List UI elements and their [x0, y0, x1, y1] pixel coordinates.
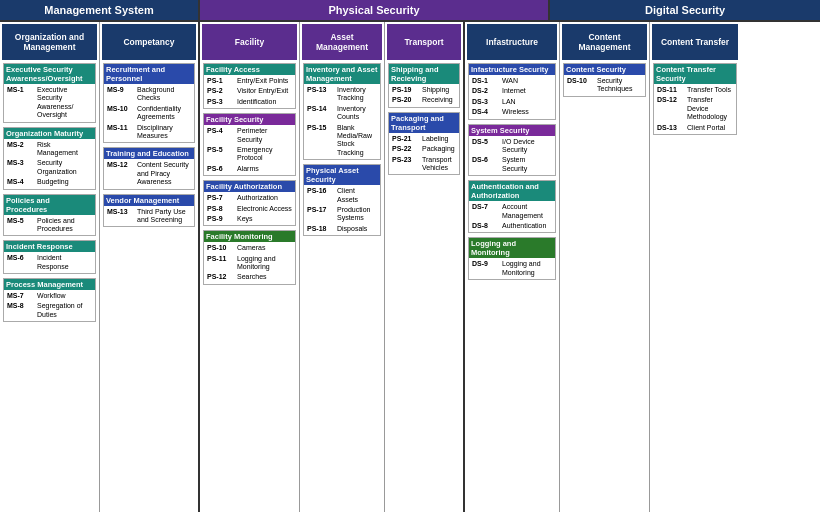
list-item: PS-3 Identification [205, 97, 294, 107]
infra-auth-group: Authentication and Authorization DS-7 Ac… [468, 180, 556, 233]
content-transfer-header: Content Transfer [652, 24, 738, 60]
transfer-security-group: Content Transfer Security DS-11 Transfer… [653, 63, 737, 135]
col-asset: Asset Management Inventory and Asset Man… [300, 22, 385, 512]
facility-monitoring-group: Facility Monitoring PS-10 Cameras PS-11 … [203, 230, 296, 285]
comp-vendor-group: Vendor Management MS-13 Third Party Use … [103, 194, 195, 228]
list-item: PS-23 Transport Vehicles [390, 155, 458, 174]
list-item: MS-11 Disciplinary Measures [105, 123, 193, 142]
list-item: DS-3 LAN [470, 97, 554, 107]
transport-header: Transport [387, 24, 461, 60]
col-transport: Transport Shipping and Recieving PS-19 S… [385, 22, 465, 512]
col-content-mgmt: Content Management Content Security DS-1… [560, 22, 650, 512]
asset-physical-group: Physical Asset Security PS-16 Client Ass… [303, 164, 381, 236]
list-item: PS-21 Labeling [390, 134, 458, 144]
list-item: PS-13 Inventory Tracking [305, 85, 379, 104]
header-physical: Physical Security [200, 0, 550, 20]
comp-header: Competancy [102, 24, 196, 60]
list-item: PS-15 Blank Media/Raw Stock Tracking [305, 123, 379, 159]
list-item: DS-11 Transfer Tools [655, 85, 735, 95]
list-item: PS-6 Alarms [205, 164, 294, 174]
transport-packaging-group: Packaging and Transport PS-21 Labeling P… [388, 112, 460, 176]
infra-security-header: Infastructure Security [469, 64, 555, 75]
col-comp: Competancy Recruitment and Personnel MS-… [100, 22, 200, 512]
list-item: MS-4 Budgeting [5, 177, 94, 187]
facility-access-group: Facility Access PS-1 Entry/Exit Points P… [203, 63, 296, 109]
list-item: PS-18 Disposals [305, 224, 379, 234]
list-item: DS-1 WAN [470, 76, 554, 86]
list-item: PS-1 Entry/Exit Points [205, 76, 294, 86]
org-exec-header: Executive Security Awareness/Oversight [4, 64, 95, 84]
list-item: MS-12 Content Security and Piracy Awaren… [105, 160, 193, 187]
header-digital: Digital Security [550, 0, 820, 20]
main-content: Organization and Management Executive Se… [0, 22, 820, 512]
infra-logging-group: Logging and Monitoring DS-9 Logging and … [468, 237, 556, 280]
org-incident-header: Incident Response [4, 241, 95, 252]
list-item: PS-7 Authorization [205, 193, 294, 203]
list-item: PS-17 Production Systems [305, 205, 379, 224]
header-digital-label: Digital Security [645, 4, 725, 16]
list-item: PS-9 Keys [205, 214, 294, 224]
list-item: PS-2 Visitor Entry/Exit [205, 86, 294, 96]
asset-physical-header: Physical Asset Security [304, 165, 380, 185]
list-item: DS-4 Wireless [470, 107, 554, 117]
org-exec-group: Executive Security Awareness/Oversight M… [3, 63, 96, 123]
infra-system-group: System Security DS-5 I/O Device Security… [468, 124, 556, 177]
transfer-security-header: Content Transfer Security [654, 64, 736, 84]
facility-monitoring-header: Facility Monitoring [204, 231, 295, 242]
list-item: MS-8 Segregation of Duties [5, 301, 94, 320]
comp-recruit-group: Recruitment and Personnel MS-9 Backgroun… [103, 63, 195, 143]
col-infra: Infastructure Infastructure Security DS-… [465, 22, 560, 512]
list-item: PS-19 Shipping [390, 85, 458, 95]
page: Management System Physical Security Digi… [0, 0, 820, 512]
asset-inventory-header: Inventory and Asset Management [304, 64, 380, 84]
header-physical-label: Physical Security [328, 4, 419, 16]
org-process-header: Process Management [4, 279, 95, 290]
list-item: MS-1 Executive Security Awareness/ Overs… [5, 85, 94, 121]
list-item: MS-5 Policies and Procedures [5, 216, 94, 235]
infra-logging-header: Logging and Monitoring [469, 238, 555, 258]
transport-shipping-group: Shipping and Recieving PS-19 Shipping PS… [388, 63, 460, 108]
list-item: PS-14 Inventory Counts [305, 104, 379, 123]
list-item: DS-13 Client Portal [655, 123, 735, 133]
facility-auth-group: Facility Authorization PS-7 Authorizatio… [203, 180, 296, 226]
list-item: DS-12 Transfer Device Methodology [655, 95, 735, 122]
list-item: MS-7 Workflow [5, 291, 94, 301]
list-item: PS-11 Logging and Monitoring [205, 254, 294, 273]
header-mgmt-label: Management System [44, 4, 153, 16]
facility-access-header: Facility Access [204, 64, 295, 75]
comp-training-header: Training and Education [104, 148, 194, 159]
org-maturity-group: Organization Maturity MS-2 Risk Manageme… [3, 127, 96, 190]
list-item: PS-10 Cameras [205, 243, 294, 253]
comp-training-group: Training and Education MS-12 Content Sec… [103, 147, 195, 189]
content-security-header: Content Security [564, 64, 645, 75]
facility-security-group: Facility Security PS-4 Perimeter Securit… [203, 113, 296, 176]
list-item: DS-8 Authentication [470, 221, 554, 231]
transport-shipping-header: Shipping and Recieving [389, 64, 459, 84]
infra-system-header: System Security [469, 125, 555, 136]
list-item: DS-6 System Security [470, 155, 554, 174]
asset-inventory-group: Inventory and Asset Management PS-13 Inv… [303, 63, 381, 160]
content-mgmt-header: Content Management [562, 24, 647, 60]
list-item: DS-2 Internet [470, 86, 554, 96]
list-item: MS-13 Third Party Use and Screening [105, 207, 193, 226]
list-item: DS-5 I/O Device Security [470, 137, 554, 156]
list-item: PS-22 Packaging [390, 144, 458, 154]
list-item: MS-10 Confidentiality Agreements [105, 104, 193, 123]
org-incident-group: Incident Response MS-6 Incident Response [3, 240, 96, 274]
header-row: Management System Physical Security Digi… [0, 0, 820, 22]
org-header: Organization and Management [2, 24, 97, 60]
list-item: PS-5 Emergency Protocol [205, 145, 294, 164]
comp-recruit-header: Recruitment and Personnel [104, 64, 194, 84]
list-item: DS-7 Account Management [470, 202, 554, 221]
facility-security-header: Facility Security [204, 114, 295, 125]
col-facility: Facility Facility Access PS-1 Entry/Exit… [200, 22, 300, 512]
org-maturity-header: Organization Maturity [4, 128, 95, 139]
infra-header: Infastructure [467, 24, 557, 60]
list-item: MS-3 Security Organization [5, 158, 94, 177]
list-item: DS-10 Security Techniques [565, 76, 644, 95]
asset-header: Asset Management [302, 24, 382, 60]
content-security-group: Content Security DS-10 Security Techniqu… [563, 63, 646, 97]
infra-security-group: Infastructure Security DS-1 WAN DS-2 Int… [468, 63, 556, 120]
list-item: PS-16 Client Assets [305, 186, 379, 205]
header-management: Management System [0, 0, 200, 20]
